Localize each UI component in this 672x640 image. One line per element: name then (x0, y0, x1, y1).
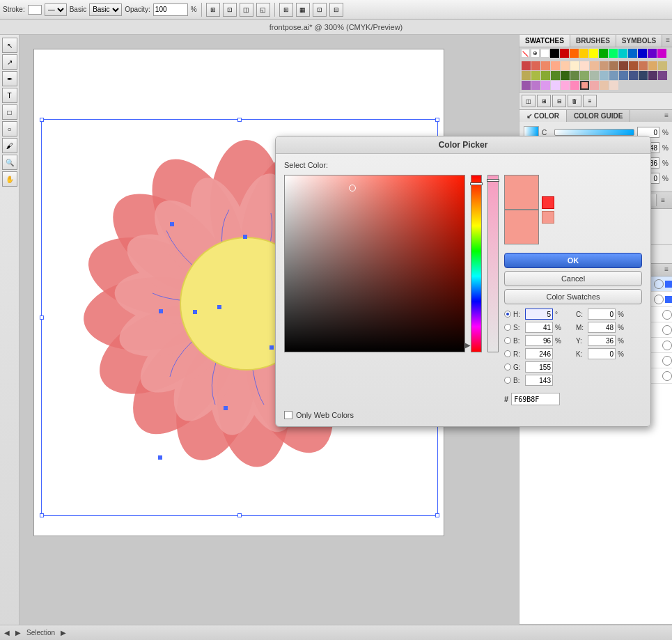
swatch-item[interactable] (541, 71, 550, 80)
opacity-input[interactable]: 100 (153, 3, 188, 16)
swatch-icon-1[interactable]: ◫ (522, 95, 536, 107)
swatch-icon-2[interactable]: ⊞ (537, 95, 551, 107)
swatch-orange[interactable] (570, 49, 579, 58)
h-radio[interactable] (504, 311, 511, 318)
hue-slider[interactable] (471, 175, 482, 352)
tool-rect[interactable]: □ (2, 104, 17, 120)
swatch-item[interactable] (551, 71, 560, 80)
swatch-reg[interactable]: ⊕ (531, 49, 540, 58)
swatches-panel-close[interactable]: ≡ (662, 35, 672, 47)
handle-ml[interactable] (40, 315, 44, 320)
swatch-item[interactable] (629, 61, 638, 70)
swatch-item[interactable] (658, 61, 667, 70)
swatch-item[interactable] (541, 61, 550, 70)
swatch-item[interactable] (639, 71, 648, 80)
swatch-black[interactable] (550, 49, 559, 58)
swatch-item[interactable] (561, 71, 570, 80)
color-preview-icon-1[interactable] (542, 196, 554, 209)
tab-symbols[interactable]: SYMBOLS (616, 35, 662, 47)
swatch-item[interactable] (522, 71, 531, 80)
swatch-item[interactable] (580, 81, 589, 90)
swatch-yellow[interactable] (579, 49, 588, 58)
swatch-item[interactable] (609, 61, 618, 70)
y-input[interactable]: 36 (588, 335, 616, 346)
toolbar-icon-btn-4[interactable]: ◱ (256, 3, 270, 17)
swatch-item[interactable] (609, 81, 618, 90)
status-nav-prev[interactable]: ◀ (4, 629, 10, 637)
s-input[interactable]: 41 (525, 322, 553, 333)
b2-input[interactable]: 143 (525, 375, 553, 386)
handle-tl[interactable] (40, 118, 44, 122)
swatch-item[interactable] (531, 81, 540, 90)
swatch-item[interactable] (600, 71, 609, 80)
swatch-yellow2[interactable] (589, 49, 598, 58)
swatch-blue[interactable] (628, 49, 637, 58)
stroke-select[interactable]: — (45, 3, 67, 16)
tool-text[interactable]: T (2, 88, 17, 103)
tab-swatches[interactable]: SWATCHES (519, 35, 570, 47)
cancel-button[interactable]: Cancel (504, 271, 642, 286)
swatch-item[interactable] (531, 71, 540, 80)
k-input[interactable]: 0 (588, 348, 616, 359)
swatch-item[interactable] (551, 81, 560, 90)
swatch-item[interactable] (541, 81, 550, 90)
swatch-darkblue[interactable] (638, 49, 647, 58)
toolbar-icon-btn-3[interactable]: ◫ (240, 3, 253, 17)
style-select[interactable]: Basic (89, 3, 122, 16)
status-tool-arrow[interactable]: ▶ (61, 629, 66, 637)
tool-pen[interactable]: ✒ (2, 71, 17, 86)
swatch-item[interactable] (629, 71, 638, 80)
toolbar-icon-btn-5[interactable]: ⊞ (279, 3, 293, 17)
tool-zoom[interactable]: 🔍 (2, 155, 17, 170)
b-input[interactable]: 96 (525, 335, 553, 346)
m-input[interactable]: 48 (588, 322, 616, 333)
swatch-teal[interactable] (618, 49, 627, 58)
swatch-item[interactable] (561, 61, 570, 70)
swatch-white[interactable] (540, 49, 549, 58)
swatch-item[interactable] (531, 61, 540, 70)
r-radio[interactable] (504, 350, 511, 357)
s-radio[interactable] (504, 324, 511, 331)
tool-direct-select[interactable]: ↗ (2, 54, 17, 70)
tool-brush[interactable]: 🖌 (2, 138, 17, 153)
swatch-item[interactable] (619, 71, 628, 80)
layers-panel-close[interactable]: ≡ (661, 264, 672, 276)
swatch-magenta[interactable] (657, 49, 666, 58)
stroke-color-btn[interactable] (28, 5, 42, 15)
tool-hand[interactable]: ✋ (2, 171, 17, 187)
status-nav-next[interactable]: ▶ (15, 629, 21, 637)
swatch-none[interactable] (521, 49, 530, 58)
swatch-red[interactable] (560, 49, 569, 58)
swatch-item[interactable] (639, 61, 648, 70)
swatch-item[interactable] (570, 81, 579, 90)
swatch-item[interactable] (590, 71, 599, 80)
tab-color[interactable]: ↙ COLOR (519, 110, 567, 122)
tab-color-guide[interactable]: COLOR GUIDE (567, 110, 631, 122)
tab-brushes[interactable]: BRUSHES (570, 35, 616, 47)
ok-button[interactable]: OK (504, 253, 642, 268)
swatch-item[interactable] (648, 71, 657, 80)
swatch-item[interactable] (580, 61, 589, 70)
tool-ellipse[interactable]: ○ (2, 121, 17, 136)
h-input[interactable]: 5 (525, 309, 553, 320)
swatch-purple[interactable] (648, 49, 657, 58)
swatch-item[interactable] (658, 71, 667, 80)
swatch-item[interactable] (590, 81, 599, 90)
swatch-item[interactable] (522, 61, 531, 70)
opacity-slider[interactable] (487, 175, 499, 352)
b-radio[interactable] (504, 337, 511, 344)
color-gradient-area[interactable] (284, 175, 465, 352)
c-input[interactable]: 0 (588, 309, 616, 320)
swatch-icon-3[interactable]: ⊟ (552, 95, 566, 107)
r-input[interactable]: 246 (525, 348, 553, 359)
color-preview-icon-2[interactable] (542, 211, 554, 224)
toolbar-icon-btn-7[interactable]: ⊡ (313, 3, 327, 17)
g-input[interactable]: 155 (525, 361, 553, 373)
swatch-item[interactable] (600, 81, 609, 90)
b2-radio[interactable] (504, 377, 511, 384)
g-radio[interactable] (504, 364, 511, 370)
swatch-item[interactable] (580, 71, 589, 80)
swatch-green2[interactable] (609, 49, 618, 58)
swatch-item[interactable] (551, 61, 560, 70)
tool-select[interactable]: ↖ (2, 38, 17, 53)
